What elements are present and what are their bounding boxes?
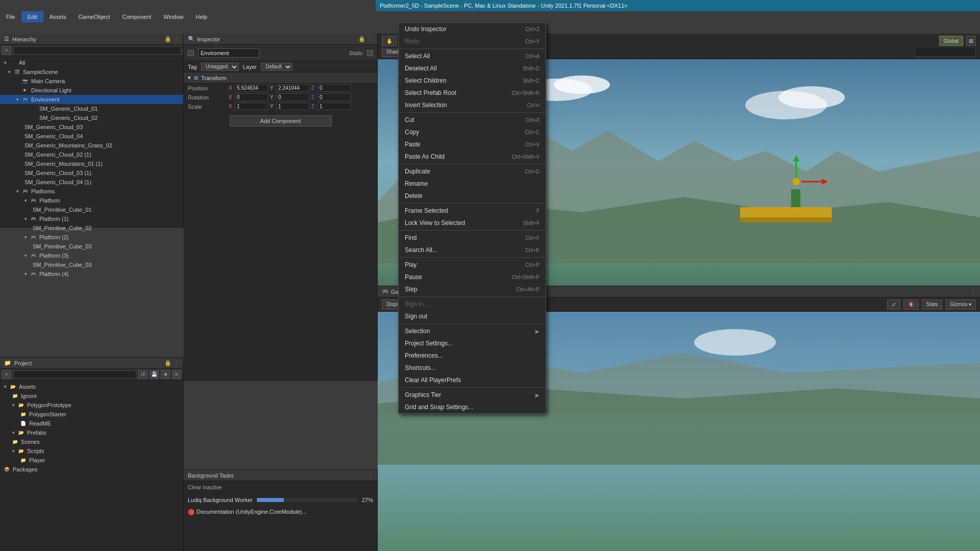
tree-item-maincamera[interactable]: ▶ 📷 Main Camera — [0, 77, 183, 86]
project-refresh-btn[interactable]: ↺ — [138, 370, 148, 379]
menu-redo[interactable]: Redo Ctrl+Y — [399, 35, 546, 47]
menu-shortcuts[interactable]: Shortcuts... — [399, 362, 546, 374]
menu-select-prefab-root[interactable]: Select Prefab Root Ctrl+Shift+R — [399, 87, 546, 99]
pos-y-input[interactable] — [276, 84, 309, 92]
project-more-icon[interactable]: ⋮ — [174, 360, 179, 366]
tree-item-polygonstarter[interactable]: 📁 PolygonStarter — [0, 410, 183, 419]
tree-item-cloud02b[interactable]: SM_Generic_Cloud_02 (1) — [0, 150, 183, 159]
game-maximize-btn[interactable]: ⤢ — [887, 299, 900, 310]
tree-item-ignore[interactable]: 📁 Ignore — [0, 391, 183, 400]
menu-search-all[interactable]: Search All... Ctrl+K — [399, 244, 546, 256]
tree-item-cloud02[interactable]: ▶ SM_Generic_Cloud_02 — [0, 113, 183, 122]
scale-y-input[interactable] — [276, 103, 309, 110]
tag-dropdown[interactable]: Untagged — [201, 63, 239, 71]
tree-item-cloud04[interactable]: SM_Generic_Cloud_04 — [0, 132, 183, 141]
game-mute-btn[interactable]: 🔇 — [903, 299, 919, 310]
tree-item-player[interactable]: 📁 Player — [0, 456, 183, 465]
tree-item-enviroment[interactable]: ▾ 🎮 Enviroment — [0, 95, 183, 104]
hierarchy-more-icon[interactable]: ⋮ — [174, 36, 179, 42]
scale-x-input[interactable] — [235, 103, 268, 110]
menu-paste-as-child[interactable]: Paste As Child Ctrl+Shift+V — [399, 151, 546, 163]
tree-item-scripts[interactable]: ▾ 📂 Scripts — [0, 446, 183, 456]
menu-graphics-tier[interactable]: Graphics Tier ▶ — [399, 389, 546, 401]
project-lock-icon[interactable]: 🔒 — [164, 360, 172, 366]
scene-search-input[interactable] — [915, 47, 976, 57]
inspector-more-icon[interactable]: ⋮ — [368, 36, 373, 42]
bg-tasks-more-icon[interactable]: ⋮ — [368, 472, 373, 479]
menu-play[interactable]: Play Ctrl+P — [399, 259, 546, 271]
tree-item-mountains01[interactable]: SM_Generic_Mountains_01 (1) — [0, 159, 183, 168]
toolbar-hand-btn[interactable]: ✋ — [382, 36, 397, 46]
menu-assets[interactable]: Assets — [43, 11, 72, 22]
tree-item-scenes[interactable]: 📁 Scenes — [0, 437, 183, 446]
layer-dropdown[interactable]: Default — [261, 63, 292, 71]
tree-item-polygonproto[interactable]: ▾ 📂 PolygonPrototype — [0, 400, 183, 410]
tree-item-platform4[interactable]: ▾ 🎮 Platform (4) — [0, 269, 183, 279]
tree-item-all[interactable]: ▾ All — [0, 58, 183, 67]
menu-cut[interactable]: Cut Ctrl+X — [399, 114, 546, 126]
scale-z-input[interactable] — [317, 103, 351, 110]
menu-undo-inspector[interactable]: Undo Inspector Ctrl+Z — [399, 23, 546, 35]
menu-sign-out[interactable]: Sign out — [399, 310, 546, 322]
game-stats-btn[interactable]: Stats — [922, 299, 943, 310]
project-view-btn[interactable]: ≡ — [172, 370, 181, 379]
menu-project-settings[interactable]: Project Settings... — [399, 337, 546, 349]
tree-item-platform[interactable]: ▾ 🎮 Platform — [0, 196, 183, 205]
menu-clear-playerprefs[interactable]: Clear All PlayerPrefs — [399, 374, 546, 386]
rot-x-input[interactable] — [235, 93, 268, 101]
add-component-button[interactable]: Add Component — [230, 115, 332, 127]
menu-component[interactable]: Component — [116, 11, 157, 22]
menu-find[interactable]: Find Ctrl+F — [399, 232, 546, 244]
inspector-lock-icon[interactable]: 🔒 — [358, 36, 365, 42]
tree-item-readme[interactable]: 📄 ReadME — [0, 419, 183, 428]
menu-gameobject[interactable]: GameObject — [72, 11, 116, 22]
tree-item-platform2[interactable]: ▾ 🎮 Platform (2) — [0, 233, 183, 242]
menu-grid-snap-settings[interactable]: Grid and Snap Settings... — [399, 401, 546, 413]
tree-item-packages[interactable]: 📦 Packages — [0, 465, 183, 474]
hierarchy-search-input[interactable] — [13, 46, 181, 55]
menu-duplicate[interactable]: Duplicate Ctrl+D — [399, 165, 546, 178]
menu-lock-view[interactable]: Lock View to Selected Shift+F — [399, 217, 546, 229]
menu-pause[interactable]: Pause Ctrl+Shift+P — [399, 271, 546, 283]
hierarchy-add-btn[interactable]: + — [2, 46, 11, 55]
project-favorite-btn[interactable]: ★ — [161, 370, 170, 379]
tree-item-assets[interactable]: ▾ 📂 Assets — [0, 382, 183, 391]
tree-item-cloud03b[interactable]: SM_Generic_Cloud_03 (1) — [0, 168, 183, 178]
project-search-input[interactable] — [13, 370, 136, 379]
pos-x-input[interactable] — [235, 84, 268, 92]
tree-item-samplescene[interactable]: ▾ 🎬 SampleScene — [0, 67, 183, 77]
menu-invert-selection[interactable]: Invert Selection Ctrl+I — [399, 99, 546, 111]
tree-item-platform3[interactable]: ▾ 🎮 Platform (3) — [0, 251, 183, 260]
menu-help[interactable]: Help — [189, 11, 213, 22]
rot-y-input[interactable] — [276, 93, 309, 101]
menu-file[interactable]: File — [0, 11, 21, 22]
pos-z-input[interactable] — [317, 84, 351, 92]
menu-select-children[interactable]: Select Children Shift+C — [399, 74, 546, 87]
tree-item-cube03b[interactable]: SM_Primitive_Cube_03 — [0, 260, 183, 269]
tree-item-cube01[interactable]: SM_Primitive_Cube_01 — [0, 205, 183, 214]
unity-menu-bar[interactable]: File Edit Assets GameObject Component Wi… — [0, 11, 980, 22]
inspector-obj-name[interactable] — [198, 48, 259, 58]
menu-preferences[interactable]: Preferences... — [399, 349, 546, 362]
inspector-static-checkbox[interactable] — [367, 50, 373, 56]
hierarchy-lock-icon[interactable]: 🔒 — [164, 36, 172, 42]
menu-frame-selected[interactable]: Frame Selected F — [399, 205, 546, 217]
tree-item-cube03[interactable]: SM_Primitive_Cube_03 — [0, 242, 183, 251]
inspector-active-checkbox[interactable] — [188, 50, 194, 56]
tree-item-cloud04b[interactable]: SM_Generic_Cloud_04 (1) — [0, 178, 183, 187]
tree-item-platform1[interactable]: ▾ 🎮 Platform (1) — [0, 214, 183, 223]
menu-paste[interactable]: Paste Ctrl+V — [399, 138, 546, 151]
menu-sign-in[interactable]: Sign in... — [399, 298, 546, 310]
tree-item-cloud01[interactable]: ▶ SM_Generic_Cloud_01 — [0, 104, 183, 113]
tree-item-dirlight[interactable]: ▶ ☀ Directional Light — [0, 86, 183, 95]
project-save-btn[interactable]: 💾 — [150, 370, 159, 379]
toolbar-grid-btn[interactable]: ⊞ — [966, 36, 976, 46]
rot-z-input[interactable] — [317, 93, 351, 101]
game-more-icon[interactable]: ⋮ — [970, 288, 976, 295]
tree-item-cube02[interactable]: SM_Primitive_Cube_02 — [0, 223, 183, 233]
game-gizmos-btn[interactable]: Gizmos ▾ — [945, 299, 976, 310]
tree-item-platforms[interactable]: ▾ 🎮 Platforms — [0, 187, 183, 196]
menu-window[interactable]: Window — [157, 11, 189, 22]
edit-dropdown-menu[interactable]: Undo Inspector Ctrl+Z Redo Ctrl+Y Select… — [398, 22, 546, 414]
toolbar-global-btn[interactable]: Global — [939, 36, 963, 46]
